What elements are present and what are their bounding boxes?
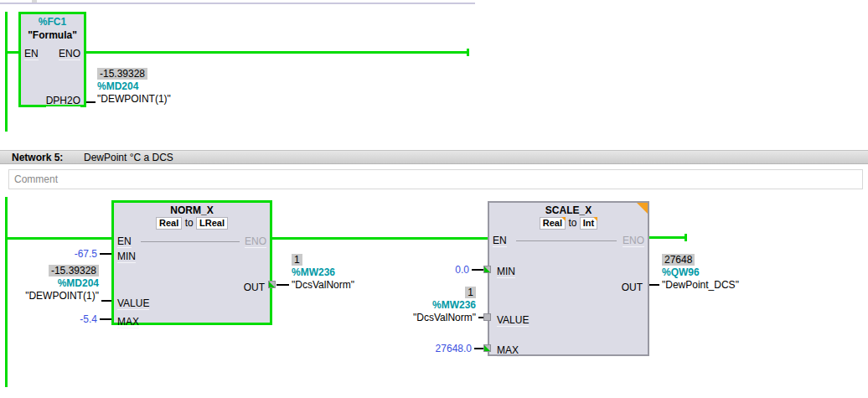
scale-x-out-symbol[interactable]: "DewPoint_DCS": [662, 279, 739, 292]
scale-x-value-symbol[interactable]: "DcsValNorm": [402, 312, 476, 324]
norm-x-type-selector[interactable]: Real to LReal: [114, 217, 270, 230]
scale-x-out-monitor: 27648: [662, 254, 695, 266]
scale-x-min-constant[interactable]: 0.0: [427, 264, 469, 276]
previous-network-notch: [32, 0, 37, 3]
scale-x-max-marker: [483, 344, 491, 352]
wire-fc1-out: [86, 101, 96, 103]
fc1-out-operand[interactable]: -15.39328 %MD204 "DEWPOINT(1)": [97, 68, 171, 106]
fc1-block-name: "Formula": [21, 28, 84, 41]
scale-x-out-address[interactable]: %QW96: [662, 266, 739, 279]
wire-scale-min: [472, 269, 484, 271]
scale-x-out-operand[interactable]: 27648 %QW96 "DewPoint_DCS": [662, 254, 739, 292]
wire-en-fc1: [8, 51, 18, 54]
norm-x-type-word: to: [185, 217, 194, 229]
scale-x-max-constant[interactable]: 27648.0: [423, 343, 472, 354]
network5-comment-input[interactable]: Comment: [8, 169, 863, 189]
norm-x-en-eno-line: [141, 241, 240, 242]
norm-x-min-pin[interactable]: MIN: [117, 251, 136, 263]
scale-x-type-to[interactable]: Int: [580, 217, 597, 230]
scale-x-warning-icon: [637, 203, 648, 214]
network5-title: Network 5:: [12, 151, 63, 164]
wire-norm-min: [100, 253, 111, 255]
wire-scale-out: [649, 284, 659, 286]
wire-en-norm: [8, 237, 111, 240]
wire-norm-max: [100, 318, 111, 320]
norm-x-out-operand[interactable]: 1 %MW236 "DcsValNorm": [292, 254, 354, 292]
scale-x-value-marker: [483, 313, 491, 321]
wire-norm-out: [276, 284, 289, 286]
fc1-out-symbol[interactable]: "DEWPOINT(1)": [97, 93, 171, 106]
scale-x-min-pin[interactable]: MIN: [497, 266, 515, 278]
power-rail-network5: [5, 197, 8, 387]
scale-x-type-from[interactable]: Real: [540, 217, 566, 230]
norm-x-value-address[interactable]: %MD204: [17, 277, 99, 290]
fc1-out-address[interactable]: %MD204: [97, 80, 171, 93]
power-rail-network4: [5, 12, 8, 132]
wire-eno-scale-end-tick: [685, 234, 687, 241]
fbd-editor-canvas: %FC1 "Formula" EN ENO DPH2O -15.39328 %M…: [0, 0, 868, 398]
scale-x-value-pin[interactable]: VALUE: [497, 315, 529, 327]
scale-x-value-monitor: 1: [465, 287, 476, 298]
fc1-out-monitor-value: -15.39328: [97, 68, 147, 80]
fc1-eno-pin[interactable]: ENO: [59, 49, 80, 60]
network5-header[interactable]: Network 5: DewPoint °C a DCS: [0, 150, 868, 164]
scale-x-value-address[interactable]: %MW236: [402, 299, 476, 312]
fc1-dph2o-pin[interactable]: DPH2O: [46, 96, 80, 107]
wire-eno-fc1: [86, 51, 468, 54]
norm-x-type-to[interactable]: LReal: [196, 217, 228, 230]
scale-x-en-pin[interactable]: EN: [493, 235, 507, 247]
scale-x-max-pin[interactable]: MAX: [497, 345, 519, 357]
scale-x-out-pin[interactable]: OUT: [622, 282, 643, 293]
norm-x-out-marker: [268, 281, 276, 288]
scale-x-min-marker: [483, 266, 491, 273]
fc1-en-pin[interactable]: EN: [24, 49, 39, 60]
scale-x-block[interactable]: SCALE_X Real to Int EN ENO MIN VALUE MAX…: [488, 201, 649, 356]
norm-x-out-address[interactable]: %MW236: [292, 266, 354, 279]
norm-x-max-pin[interactable]: MAX: [117, 317, 139, 328]
wire-eno-fc1-end-tick: [467, 49, 469, 56]
norm-x-eno-pin[interactable]: ENO: [245, 236, 266, 248]
norm-x-value-symbol[interactable]: "DEWPOINT(1)": [17, 290, 99, 302]
wire-eno-scale: [649, 236, 686, 239]
norm-x-type-from[interactable]: Real: [156, 217, 182, 230]
scale-x-value-operand[interactable]: 1 %MW236 "DcsValNorm": [402, 287, 476, 324]
scale-x-title: SCALE_X: [489, 203, 648, 216]
wire-norm-to-scale: [272, 237, 488, 240]
scale-x-type-word: to: [568, 217, 576, 229]
network5-subtitle[interactable]: DewPoint °C a DCS: [84, 151, 173, 164]
norm-x-value-operand[interactable]: -15.39328 %MD204 "DEWPOINT(1)": [17, 265, 99, 302]
norm-x-block[interactable]: NORM_X Real to LReal EN ENO MIN VALUE MA…: [111, 200, 272, 325]
norm-x-value-pin[interactable]: VALUE: [117, 298, 149, 310]
scale-x-eno-pin[interactable]: ENO: [623, 235, 644, 247]
norm-x-value-monitor: -15.39328: [49, 265, 99, 277]
norm-x-max-constant[interactable]: -5.4: [50, 313, 97, 325]
fc1-formula-block[interactable]: %FC1 "Formula" EN ENO DPH2O: [18, 12, 86, 107]
scale-x-type-selector[interactable]: Real to Int: [489, 217, 648, 230]
previous-network-divider: [0, 3, 475, 4]
norm-x-out-monitor: 1: [292, 254, 302, 266]
norm-x-min-constant[interactable]: -67.5: [50, 248, 97, 260]
wire-norm-value: [101, 300, 111, 302]
norm-x-en-pin[interactable]: EN: [117, 236, 132, 248]
fc1-block-number: %FC1: [21, 14, 84, 28]
norm-x-out-symbol[interactable]: "DcsValNorm": [292, 279, 354, 292]
scale-x-en-eno-line: [516, 240, 617, 241]
norm-x-out-pin[interactable]: OUT: [244, 282, 265, 293]
norm-x-title: NORM_X: [114, 203, 270, 216]
